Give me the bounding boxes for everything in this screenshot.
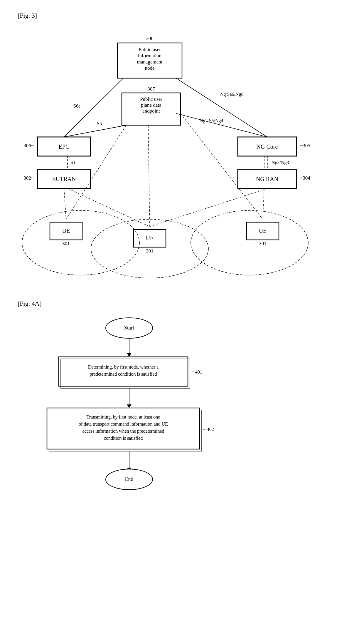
svg-text:~305: ~305 (300, 143, 310, 148)
svg-text:endpoint: endpoint (142, 108, 160, 114)
svg-text:condition is satisfied: condition is satisfied (104, 436, 143, 441)
svg-text:Determining, by first node, wh: Determining, by first node, whether a (88, 364, 159, 370)
svg-text:~ 401: ~ 401 (191, 369, 202, 374)
svg-text:301: 301 (146, 248, 154, 254)
fig3-label: [Fig. 3] (18, 12, 346, 19)
svg-text:~304: ~304 (300, 175, 310, 181)
svg-text:NG Core: NG Core (257, 143, 278, 150)
svg-line-49 (68, 188, 150, 227)
svg-text:access information when the pr: access information when the predetermine… (82, 429, 164, 434)
fig3-diagram: Public user information management node … (18, 25, 346, 291)
fig4a-diagram: Start Determining, by first node, whethe… (18, 313, 346, 497)
svg-text:UE: UE (259, 227, 267, 234)
svg-text:Ng Sa6/Ng8: Ng Sa6/Ng8 (220, 92, 244, 97)
svg-text:UE: UE (62, 227, 70, 234)
svg-text:Ng2/Ng3: Ng2/Ng3 (272, 160, 289, 165)
svg-text:EPC: EPC (59, 143, 70, 150)
svg-text:UE: UE (146, 235, 154, 241)
svg-text:~ 402: ~ 402 (203, 427, 214, 432)
fig4a-label: [Fig. 4A] (18, 300, 346, 307)
svg-text:management: management (137, 59, 163, 65)
svg-point-32 (22, 210, 139, 275)
svg-line-51 (150, 188, 268, 227)
svg-line-46 (148, 125, 150, 227)
svg-text:Public user: Public user (140, 96, 162, 102)
svg-text:306~: 306~ (23, 143, 34, 148)
svg-text:End: End (125, 476, 134, 482)
svg-text:301: 301 (62, 241, 70, 246)
svg-text:EUTRAN: EUTRAN (52, 176, 76, 182)
svg-text:Transmitting, by first node, a: Transmitting, by first node, at least on… (87, 414, 160, 420)
svg-line-35 (64, 78, 123, 137)
svg-text:Public user: Public user (139, 47, 161, 52)
svg-text:306: 306 (146, 36, 154, 41)
svg-text:S6a: S6a (73, 103, 80, 108)
page: [Fig. 3] Public user information managem… (0, 0, 364, 619)
svg-text:Start: Start (124, 325, 134, 331)
svg-text:301: 301 (259, 241, 267, 246)
svg-line-38 (176, 113, 267, 137)
svg-marker-59 (127, 353, 132, 357)
svg-line-48 (64, 188, 66, 219)
svg-line-36 (176, 78, 267, 137)
svg-text:plane data: plane data (141, 102, 161, 108)
svg-text:302~: 302~ (23, 175, 34, 181)
svg-line-37 (64, 125, 126, 137)
svg-line-47 (181, 113, 263, 219)
svg-text:Ng2 S5/Ng4: Ng2 S5/Ng4 (200, 118, 223, 123)
svg-text:of data transport command info: of data transport command information an… (79, 421, 168, 427)
svg-point-34 (191, 210, 308, 275)
svg-text:node: node (145, 65, 154, 71)
svg-marker-66 (127, 404, 132, 408)
svg-text:307: 307 (147, 86, 155, 92)
svg-text:predetermined condition is sat: predetermined condition is satisfied (90, 372, 157, 377)
svg-text:S1: S1 (70, 160, 75, 165)
svg-line-50 (263, 188, 264, 219)
svg-text:S5: S5 (97, 121, 102, 126)
svg-text:information: information (138, 53, 162, 58)
svg-text:NG RAN: NG RAN (256, 176, 278, 182)
